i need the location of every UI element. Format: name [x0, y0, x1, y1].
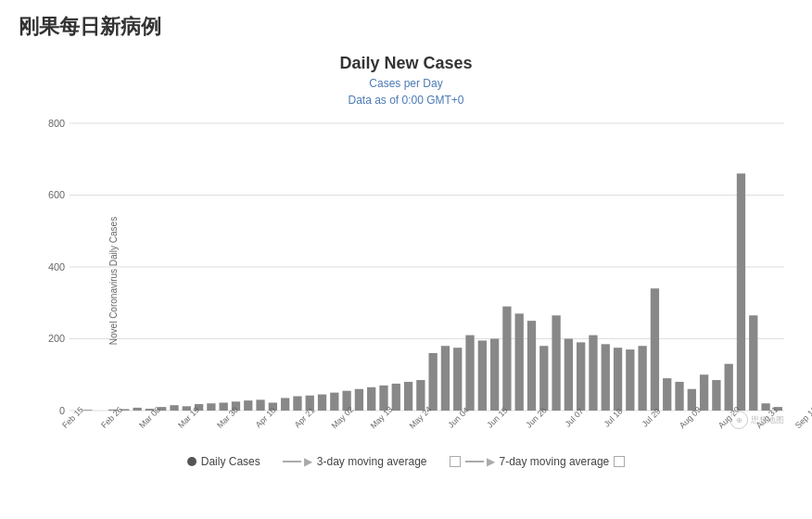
svg-rect-22	[244, 400, 252, 411]
svg-rect-48	[565, 339, 573, 411]
svg-rect-37	[428, 353, 437, 411]
x-tick-label: Jul 07	[564, 407, 586, 429]
page-title: 刚果每日新病例	[0, 0, 812, 46]
legend-3day-label: 3-day moving average	[317, 455, 427, 468]
legend-daily-cases: Daily Cases	[187, 455, 260, 468]
chart-area: Novel Coronavirus Daily Cases 0200400600…	[19, 114, 793, 448]
legend-dot	[187, 457, 197, 466]
svg-rect-31	[355, 389, 363, 411]
svg-rect-47	[552, 315, 560, 411]
x-tick-label: Jul 18	[602, 407, 624, 429]
svg-rect-38	[441, 346, 450, 411]
chart-subtitle: Cases per Day Data as of 0:00 GMT+0	[19, 75, 793, 108]
svg-text:200: 200	[48, 333, 65, 344]
svg-rect-32	[367, 387, 375, 411]
svg-rect-50	[589, 335, 597, 411]
chart-title: Daily New Cases	[19, 54, 793, 73]
svg-rect-56	[663, 378, 671, 411]
svg-rect-42	[490, 339, 499, 411]
chart-container: Daily New Cases Cases per Day Data as of…	[0, 54, 812, 472]
svg-rect-46	[539, 346, 548, 411]
svg-rect-35	[404, 382, 412, 411]
svg-rect-63	[749, 315, 757, 411]
svg-rect-60	[712, 380, 720, 411]
svg-rect-28	[318, 395, 326, 411]
svg-rect-52	[614, 348, 622, 411]
svg-rect-23	[256, 399, 264, 411]
svg-rect-57	[675, 382, 683, 411]
legend: Daily Cases ▶ 3-day moving average ▶ 7-d…	[19, 455, 793, 472]
x-tick-label: Jul 29	[641, 407, 663, 429]
svg-rect-34	[392, 384, 400, 411]
svg-rect-41	[478, 340, 487, 411]
legend-7day: ▶ 7-day moving average	[450, 455, 626, 468]
svg-text:800: 800	[48, 118, 65, 129]
svg-rect-55	[651, 288, 659, 411]
x-tick-label: Sep 11	[793, 405, 812, 430]
svg-rect-40	[465, 335, 474, 411]
svg-rect-25	[281, 398, 289, 411]
watermark-icon: ⊕	[730, 411, 748, 429]
x-axis: Feb 15Feb 26Mar 08Mar 19Mar 30Apr 10Apr …	[70, 411, 784, 448]
legend-7day-label: 7-day moving average	[500, 455, 610, 468]
legend-box2	[614, 456, 625, 467]
chart-inner: 0200400600800	[70, 123, 784, 411]
svg-rect-59	[700, 374, 708, 411]
svg-rect-29	[330, 393, 338, 411]
chart-watermark: ⊕ 思想地图	[730, 411, 784, 429]
legend-3day-line: ▶	[283, 455, 312, 468]
svg-text:0: 0	[59, 405, 65, 416]
chart-svg: 0200400600800	[70, 123, 784, 411]
svg-rect-19	[207, 403, 215, 411]
legend-box	[450, 456, 461, 467]
svg-rect-43	[502, 307, 511, 411]
svg-rect-26	[293, 397, 301, 411]
svg-rect-54	[638, 346, 646, 411]
svg-rect-51	[602, 344, 610, 411]
svg-rect-45	[527, 321, 536, 411]
svg-text:600: 600	[48, 189, 65, 200]
legend-daily-cases-label: Daily Cases	[201, 455, 260, 468]
svg-rect-61	[725, 364, 733, 411]
svg-rect-44	[515, 313, 524, 411]
legend-3day: ▶ 3-day moving average	[283, 455, 427, 468]
svg-rect-53	[626, 349, 634, 411]
svg-rect-49	[577, 342, 585, 411]
svg-rect-20	[220, 402, 228, 411]
svg-rect-39	[453, 348, 462, 411]
svg-text:400: 400	[48, 261, 65, 272]
legend-7day-line: ▶	[465, 455, 495, 468]
svg-rect-62	[737, 173, 745, 411]
